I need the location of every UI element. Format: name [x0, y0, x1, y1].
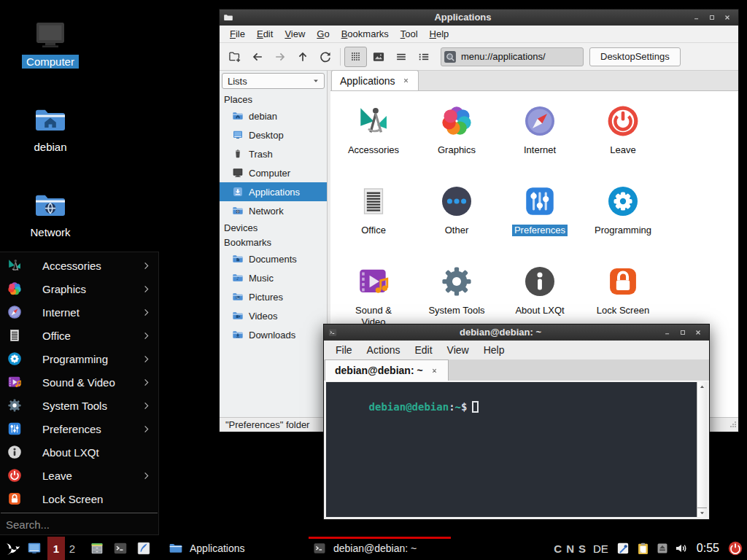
address-bar[interactable]: menu://applications/ — [441, 47, 584, 66]
app-category-accessories[interactable]: Accessories — [332, 98, 415, 179]
terminal-menu-help[interactable]: Help — [476, 342, 512, 359]
tab-close-icon[interactable] — [402, 77, 410, 85]
menu-item-sound-video[interactable]: Sound & Video — [0, 370, 158, 394]
maximize-button[interactable] — [677, 327, 688, 338]
terminal-titlebar[interactable]: debian@debian: ~ — [324, 324, 709, 341]
menu-item-preferences[interactable]: Preferences — [0, 417, 158, 440]
menu-item-office[interactable]: Office — [0, 324, 158, 347]
terminal-menu-edit[interactable]: Edit — [407, 342, 439, 359]
new-tab-button[interactable] — [223, 47, 246, 67]
desktop-icon-debian[interactable]: debian — [7, 101, 94, 154]
newtab-icon — [228, 50, 242, 64]
fm-menu-view[interactable]: View — [279, 26, 311, 42]
fm-menu-bookmarks[interactable]: Bookmarks — [336, 26, 395, 42]
sidebar-item-desktop[interactable]: Desktop — [220, 125, 327, 144]
desktop-icon-computer[interactable]: Computer — [7, 16, 94, 69]
menu-item-leave[interactable]: Leave — [0, 464, 158, 487]
forward-button[interactable] — [268, 47, 291, 67]
keyboard-indicator-n[interactable]: N — [566, 542, 574, 555]
sidebar-item-debian[interactable]: debian — [220, 106, 327, 125]
detailed-view-button[interactable] — [412, 47, 435, 67]
terminal-menu-actions[interactable]: Actions — [360, 342, 408, 359]
workspace-2[interactable]: 2 — [65, 537, 80, 560]
sidebar-item-label: Pictures — [249, 292, 283, 303]
fm-menu-help[interactable]: Help — [424, 26, 455, 42]
fm-menu-go[interactable]: Go — [311, 26, 335, 42]
scroll-down-icon[interactable] — [697, 508, 707, 517]
app-category-preferences[interactable]: Preferences — [498, 179, 581, 259]
app-category-leave[interactable]: Leave — [581, 98, 665, 179]
sidebar-item-pictures[interactable]: Pictures — [220, 287, 327, 306]
keyboard-indicator-s[interactable]: S — [578, 542, 586, 555]
scroll-up-icon[interactable] — [697, 382, 707, 392]
refresh-button[interactable] — [314, 47, 336, 67]
terminal-scrollbar[interactable] — [697, 382, 707, 517]
clock[interactable]: 0:55 — [697, 542, 719, 555]
close-button[interactable] — [721, 12, 732, 23]
systemtools-icon — [7, 397, 23, 413]
fm-menu-file[interactable]: File — [224, 26, 251, 42]
menu-item-accessories[interactable]: Accessories — [0, 254, 158, 277]
maximize-button[interactable] — [706, 12, 717, 23]
app-category-programming[interactable]: Programming — [581, 179, 665, 259]
launcher-text-editor[interactable] — [132, 537, 155, 560]
fm-titlebar[interactable]: Applications — [220, 9, 738, 26]
back-button[interactable] — [246, 47, 268, 67]
folder-home-icon — [232, 110, 244, 122]
launcher-file-manager[interactable] — [85, 537, 109, 560]
terminal-menu-view[interactable]: View — [440, 342, 476, 359]
power-button[interactable] — [727, 537, 743, 560]
keyboard-indicator-c[interactable]: C — [554, 542, 562, 555]
desktop-settings-button[interactable]: DesktopSettings — [589, 47, 681, 66]
sidebar-item-computer[interactable]: Computer — [220, 163, 327, 182]
sidebar-item-videos[interactable]: Videos — [220, 306, 327, 325]
tab-applications[interactable]: Applications — [331, 70, 419, 90]
minimize-button[interactable] — [662, 327, 673, 338]
sidebar-item-trash[interactable]: Trash — [220, 144, 327, 163]
terminal-tab[interactable]: debian@debian: ~ — [325, 359, 449, 381]
launcher-terminal[interactable] — [109, 537, 132, 560]
app-category-office[interactable]: Office — [332, 179, 415, 259]
fm-menu-edit[interactable]: Edit — [251, 26, 279, 42]
volume-icon[interactable] — [674, 537, 689, 560]
start-menu-button[interactable] — [2, 537, 23, 560]
close-button[interactable] — [692, 327, 703, 338]
sidebar-item-music[interactable]: ♪Music — [220, 268, 327, 287]
sidebar-mode-selector[interactable]: Lists — [222, 73, 325, 89]
show-desktop-button[interactable] — [23, 537, 46, 560]
terminal-menu-file[interactable]: File — [328, 342, 360, 359]
sidebar-item-applications[interactable]: Applications — [220, 182, 327, 201]
menu-item-about-lxqt[interactable]: About LXQt — [0, 440, 158, 464]
app-category-other[interactable]: Other — [415, 179, 498, 259]
menu-item-lock-screen[interactable]: Lock Screen — [0, 487, 158, 510]
menu-item-programming[interactable]: Programming — [0, 347, 158, 370]
search-input[interactable] — [6, 518, 152, 531]
refresh-icon — [318, 50, 333, 64]
resize-grip[interactable] — [729, 419, 737, 430]
clipboard-icon[interactable] — [635, 537, 651, 560]
menu-item-internet[interactable]: Internet — [0, 300, 158, 324]
terminal-screen[interactable]: debian@debian:~$ — [326, 382, 697, 517]
eject-icon[interactable] — [656, 537, 669, 560]
icon-view-button[interactable] — [344, 47, 367, 67]
screenshot-tool-icon[interactable] — [616, 537, 630, 560]
sidebar-item-documents[interactable]: Documents — [220, 249, 327, 268]
compact-view-button[interactable] — [390, 47, 412, 67]
up-button[interactable] — [291, 47, 314, 67]
tab-close-icon[interactable] — [430, 367, 438, 375]
thumbnail-view-button[interactable] — [367, 47, 390, 67]
taskbar-task-debian-debian-~[interactable]: debian@debian: ~ — [308, 537, 452, 560]
menu-item-system-tools[interactable]: System Tools — [0, 394, 158, 417]
app-category-graphics[interactable]: Graphics — [415, 98, 498, 179]
fm-menu-tool[interactable]: Tool — [395, 26, 424, 42]
taskbar-task-applications[interactable]: Applications — [164, 537, 308, 560]
desktop-icon-network[interactable]: Network — [7, 187, 94, 239]
keyboard-layout-indicator[interactable]: DE — [593, 542, 608, 555]
sidebar-item-network[interactable]: Network — [220, 201, 327, 220]
minimize-button[interactable] — [691, 12, 702, 23]
chevron-right-icon — [141, 400, 152, 411]
app-category-internet[interactable]: Internet — [498, 98, 581, 179]
workspace-1-active[interactable]: 1 — [47, 537, 65, 560]
sidebar-item-downloads[interactable]: Downloads — [220, 325, 327, 344]
menu-item-graphics[interactable]: Graphics — [0, 277, 158, 300]
